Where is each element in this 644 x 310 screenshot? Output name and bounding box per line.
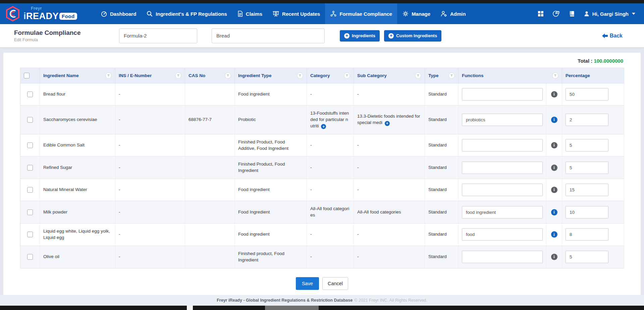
nav-item-claims[interactable]: Claims xyxy=(232,3,267,24)
filter-icon[interactable] xyxy=(552,72,558,79)
row-checkbox[interactable] xyxy=(27,254,33,260)
schedule-mail-icon[interactable] xyxy=(552,10,560,18)
row-checkbox[interactable] xyxy=(27,187,33,193)
filter-icon[interactable] xyxy=(225,72,231,79)
functions-input[interactable] xyxy=(462,139,543,151)
ingredient-type-cell: Food ingredient xyxy=(235,224,307,246)
info-icon[interactable]: i xyxy=(551,117,557,123)
ingredient-type-cell: Finished Product, Food Ingredient xyxy=(235,157,307,179)
scrollbar-thumb[interactable] xyxy=(265,306,319,310)
percentage-cell xyxy=(562,83,624,106)
taskbar-notch xyxy=(187,306,193,310)
filter-icon[interactable] xyxy=(448,72,455,79)
nav-item-ingredients-fp-regulations[interactable]: Ingredient's & FP Regulations xyxy=(141,3,232,24)
sub-category-link[interactable]: 13.3-Dietetic foods intended for special… xyxy=(357,114,420,125)
food-badge: Food xyxy=(59,13,77,20)
table-row: Milk powder - Food Ingredient All-All fo… xyxy=(20,201,624,224)
functions-cell xyxy=(459,83,546,106)
percentage-input[interactable] xyxy=(566,228,608,241)
brand-iready: iREADYFood xyxy=(23,11,77,21)
row-checkbox[interactable] xyxy=(27,232,33,237)
info-icon[interactable]: i xyxy=(551,254,557,260)
info-icon[interactable]: i xyxy=(551,187,557,193)
info-cell: i xyxy=(546,106,562,134)
functions-input[interactable] xyxy=(462,184,543,196)
cas-cell: 68876-77-7 xyxy=(185,106,235,134)
sub-category-cell: - xyxy=(354,246,425,268)
ingredient-type-cell: Food ingredient xyxy=(235,179,307,201)
type-cell: Standard xyxy=(425,246,459,268)
percentage-input[interactable] xyxy=(566,206,608,219)
functions-input[interactable] xyxy=(462,88,543,101)
category-link[interactable]: 13-Foodstuffs intended for particular nu… xyxy=(310,111,349,128)
nav-item-manage[interactable]: Manage xyxy=(397,3,435,24)
percentage-input[interactable] xyxy=(566,162,608,174)
info-icon[interactable]: i xyxy=(551,165,557,171)
info-icon[interactable]: i xyxy=(551,209,557,215)
formula-name-input[interactable] xyxy=(119,28,197,43)
select-all-checkbox[interactable] xyxy=(24,73,30,78)
percentage-input[interactable] xyxy=(566,114,608,126)
functions-input[interactable] xyxy=(462,114,543,126)
ingredient-name-cell: Natural Mineral Water xyxy=(40,179,115,201)
filter-icon[interactable] xyxy=(415,72,421,79)
row-checkbox[interactable] xyxy=(27,117,33,123)
plus-circle-icon: + xyxy=(388,33,394,39)
percentage-input[interactable] xyxy=(566,139,608,151)
info-cell: i xyxy=(546,179,562,201)
row-checkbox[interactable] xyxy=(27,165,33,171)
user-menu[interactable]: Hi, Gargi Singh xyxy=(584,11,635,17)
percentage-input[interactable] xyxy=(566,88,608,101)
nav-item-admin[interactable]: Admin xyxy=(435,3,471,24)
cas-cell xyxy=(185,179,235,201)
type-cell: Standard xyxy=(425,83,459,106)
col-header-cas: CAS No xyxy=(189,73,205,78)
search-icon xyxy=(146,10,153,17)
nav-item-formulae-compliance[interactable]: Formulae Compliance xyxy=(325,3,397,24)
filter-icon[interactable] xyxy=(105,72,112,79)
nav-item-recent-updates[interactable]: Recent Updates xyxy=(267,3,325,24)
brand-logo[interactable]: Freyr iREADYFood xyxy=(0,3,96,24)
row-checkbox[interactable] xyxy=(27,142,33,148)
plus-icon[interactable]: + xyxy=(321,124,326,129)
back-button[interactable]: Back xyxy=(602,33,623,39)
subheader-buttons: + Ingredients + Custom Ingredients xyxy=(340,30,441,42)
ingredient-name-cell: Bread flour xyxy=(40,83,115,106)
page-subtitle: Edit Formula xyxy=(14,38,115,42)
functions-cell xyxy=(459,179,546,201)
page-title: Formulae Compliance xyxy=(14,29,115,37)
filter-icon[interactable] xyxy=(175,72,181,79)
info-icon[interactable]: i xyxy=(551,142,557,148)
functions-cell xyxy=(459,106,546,134)
cancel-button[interactable]: Cancel xyxy=(322,277,348,290)
cas-cell xyxy=(185,134,235,157)
add-ingredients-button[interactable]: + Ingredients xyxy=(340,30,380,42)
plus-icon[interactable]: + xyxy=(385,121,390,126)
ins-cell: - xyxy=(115,106,185,134)
book-icon[interactable] xyxy=(568,10,576,17)
col-header-type: Type xyxy=(428,73,439,78)
functions-input[interactable] xyxy=(462,228,543,241)
functions-input[interactable] xyxy=(462,251,543,263)
nav-item-dashboard[interactable]: Dashboard xyxy=(96,3,141,24)
apps-grid-icon[interactable] xyxy=(537,10,544,17)
functions-input[interactable] xyxy=(462,206,543,219)
add-custom-ingredients-button[interactable]: + Custom Ingredients xyxy=(384,30,441,42)
product-name-input[interactable] xyxy=(212,28,325,43)
row-checkbox[interactable] xyxy=(27,91,33,97)
functions-input[interactable] xyxy=(462,162,543,174)
percentage-input[interactable] xyxy=(566,251,608,263)
claims-document-icon xyxy=(237,10,243,17)
filter-icon[interactable] xyxy=(344,72,350,79)
percentage-input[interactable] xyxy=(566,184,608,196)
ingredient-name-cell: Saccharomyces cerevisiae xyxy=(40,106,115,134)
row-checkbox[interactable] xyxy=(27,209,33,215)
percentage-cell xyxy=(562,201,624,224)
filter-icon[interactable] xyxy=(297,72,303,79)
info-icon[interactable]: i xyxy=(551,91,557,98)
save-button[interactable]: Save xyxy=(296,277,319,290)
back-label: Back xyxy=(610,33,623,39)
type-cell: Standard xyxy=(425,179,459,201)
info-icon[interactable]: i xyxy=(551,231,557,238)
percentage-cell xyxy=(562,224,624,246)
